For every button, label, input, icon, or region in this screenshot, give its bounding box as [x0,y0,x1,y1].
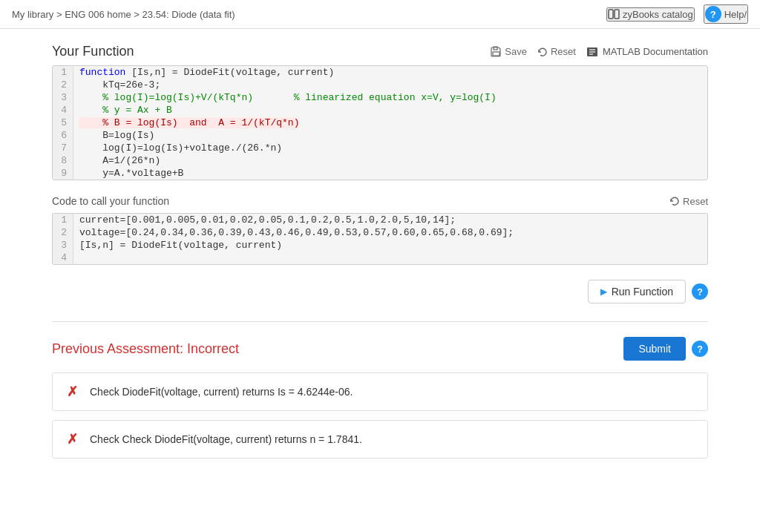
svg-rect-0 [609,10,613,19]
help-button[interactable]: ? Help/ [704,4,748,24]
call-code-lines: 1 current=[0.001,0.005,0.01,0.02,0.05,0.… [53,214,707,264]
submit-help-icon[interactable]: ? [692,341,708,357]
code-line-2: 2 kTq=26e-3; [53,79,707,91]
check-fail-icon-1: ✗ [65,384,79,400]
line-num-9: 9 [53,167,73,180]
your-function-title: Your Function [52,44,134,59]
call-line-content-2: voltage=[0.24,0.34,0.36,0.39,0.43,0.46,0… [73,226,707,239]
breadcrumb-text: My library > ENG 006 home > 23.54: Diode… [12,9,235,20]
code-line-4: 4 % y = Ax + B [53,104,707,116]
call-line-num-3: 3 [53,239,73,252]
code-line-1: 1 function [Is,n] = DiodeFit(voltage, cu… [53,66,707,79]
matlab-doc-label: MATLAB Documentation [603,46,708,57]
reset-call-button[interactable]: Reset [669,196,708,207]
assessment-title: Previous Assessment: Incorrect [52,341,239,357]
line-content-9: y=A.*voltage+B [73,167,707,180]
call-line-content-4 [73,252,707,264]
line-num-7: 7 [53,142,73,154]
check-item-2: ✗ Check Check DiodeFit(voltage, current)… [52,420,708,459]
line-content-6: B=log(Is) [73,129,707,142]
code-line-3: 3 % log(I)=log(Is)+V/(kTq*n) % linearize… [53,91,707,104]
call-code-line-3: 3 [Is,n] = DiodeFit(voltage, current) [53,239,707,252]
run-function-button[interactable]: ▶ Run Function [588,280,686,303]
call-function-header: Code to call your function Reset [52,195,708,207]
your-function-header: Your Function Save Reset [52,44,708,59]
check-fail-icon-2: ✗ [65,431,79,447]
svg-rect-1 [615,10,619,19]
svg-rect-2 [494,47,497,50]
run-help-icon[interactable]: ? [692,283,708,300]
reset-call-label: Reset [683,196,708,207]
call-line-num-2: 2 [53,226,73,239]
reset-icon [537,47,548,57]
top-nav-right: zyBooks catalog ? Help/ [606,4,748,24]
main-content: Your Function Save Reset [0,29,760,482]
call-line-content-1: current=[0.001,0.005,0.01,0.02,0.05,0.1,… [73,214,707,226]
highlight-comment-5: % B = log(Is) and A = 1/(kT/q*n) [79,117,299,128]
run-function-label: Run Function [612,286,673,298]
matlab-doc-button[interactable]: MATLAB Documentation [586,46,708,57]
run-area: ▶ Run Function ? [52,280,708,303]
function-code-lines: 1 function [Is,n] = DiodeFit(voltage, cu… [53,66,707,180]
help-label: Help/ [724,9,747,20]
reset-function-button[interactable]: Reset [537,46,576,57]
breadcrumb: My library > ENG 006 home > 23.54: Diode… [12,9,235,20]
check-item-1: ✗ Check DiodeFit(voltage, current) retur… [52,372,708,411]
code-line-5: 5 % B = log(Is) and A = 1/(kT/q*n) [53,116,707,129]
call-line-content-3: [Is,n] = DiodeFit(voltage, current) [73,239,707,252]
line-num-5: 5 [53,116,73,129]
line-content-5: % B = log(Is) and A = 1/(kT/q*n) [73,116,707,129]
submit-area: Submit ? [623,337,708,361]
call-line-num-1: 1 [53,214,73,226]
line-content-4: % y = Ax + B [73,104,707,116]
check-text-1: Check DiodeFit(voltage, current) returns… [90,386,353,398]
submit-button[interactable]: Submit [623,337,686,361]
check-text-2: Check Check DiodeFit(voltage, current) r… [90,433,362,445]
reset-function-label: Reset [551,46,576,57]
top-nav: My library > ENG 006 home > 23.54: Diode… [0,0,760,29]
line-content-2: kTq=26e-3; [73,79,707,91]
reset-call-icon [669,196,680,206]
function-code-editor[interactable]: 1 function [Is,n] = DiodeFit(voltage, cu… [52,65,708,180]
save-button[interactable]: Save [491,46,527,57]
code-line-6: 6 B=log(Is) [53,129,707,142]
code-line-8: 8 A=1/(26*n) [53,154,707,167]
line-content-8: A=1/(26*n) [73,154,707,167]
line-num-4: 4 [53,104,73,116]
line-content-7: log(I)=log(Is)+voltage./(26.*n) [73,142,707,154]
comment-3: % log(I)=log(Is)+V/(kTq*n) % linearized … [79,92,497,103]
svg-rect-3 [493,52,499,56]
book-icon [608,9,620,19]
call-function-title: Code to call your function [52,195,169,207]
call-code-line-4: 4 [53,252,707,264]
help-circle-icon: ? [705,6,721,22]
save-label: Save [505,46,527,57]
matlab-doc-icon [586,47,598,57]
line-num-3: 3 [53,91,73,104]
line-content-1: function [Is,n] = DiodeFit(voltage, curr… [73,66,707,79]
code-line-7: 7 log(I)=log(Is)+voltage./(26.*n) [53,142,707,154]
call-line-num-4: 4 [53,252,73,264]
keyword-function: function [79,67,125,78]
line-num-8: 8 [53,154,73,167]
line-num-6: 6 [53,129,73,142]
call-code-editor[interactable]: 1 current=[0.001,0.005,0.01,0.02,0.05,0.… [52,213,708,265]
line-num-1: 1 [53,66,73,79]
divider [52,321,708,322]
call-code-line-2: 2 voltage=[0.24,0.34,0.36,0.39,0.43,0.46… [53,226,707,239]
line-num-2: 2 [53,79,73,91]
zybooks-catalog-button[interactable]: zyBooks catalog [606,7,695,22]
function-actions: Save Reset MATLAB Documentation [491,46,708,57]
zybooks-catalog-label: zyBooks catalog [623,9,693,20]
assessment-header: Previous Assessment: Incorrect Submit ? [52,337,708,361]
call-code-line-1: 1 current=[0.001,0.005,0.01,0.02,0.05,0.… [53,214,707,226]
save-icon [491,46,502,57]
comment-4: % y = Ax + B [79,105,172,116]
line-content-3: % log(I)=log(Is)+V/(kTq*n) % linearized … [73,91,707,104]
code-line-9: 9 y=A.*voltage+B [53,167,707,180]
play-icon: ▶ [600,286,607,297]
